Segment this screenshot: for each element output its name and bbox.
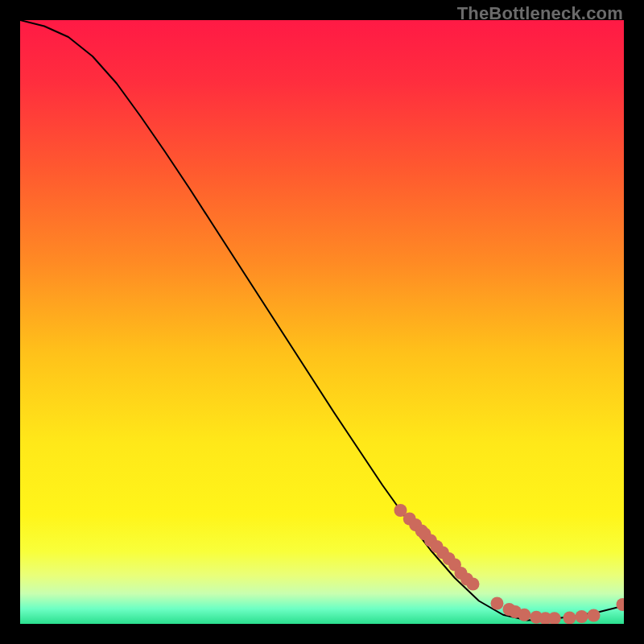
data-point [491,597,504,610]
data-point [576,610,588,623]
chart-stage: TheBottleneck.com [0,0,644,644]
watermark-text: TheBottleneck.com [457,3,623,24]
data-point [564,612,576,625]
plot-area [20,20,624,624]
data-point [467,578,480,591]
gradient-background [20,20,624,624]
data-point [588,609,601,622]
chart-svg [20,20,624,624]
data-point [518,609,530,621]
